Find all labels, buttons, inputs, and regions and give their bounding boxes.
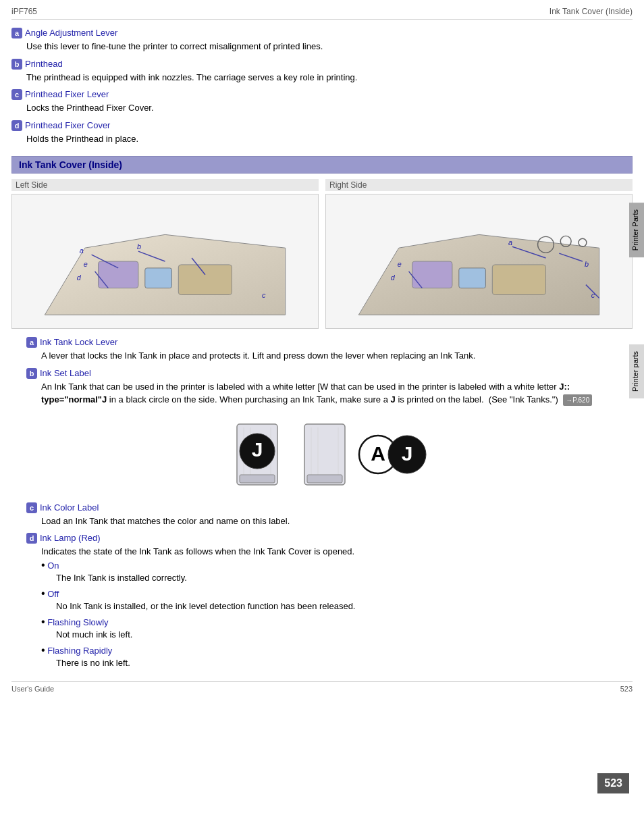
intro-items: a Angle Adjustment Lever Use this lever …	[11, 28, 633, 145]
sub-badge-c: c	[26, 502, 37, 513]
sub-item-d-desc: Indicates the state of the Ink Tank as f…	[41, 545, 633, 558]
item-d-desc: Holds the Printhead in place.	[26, 132, 633, 146]
item-b-desc: The printhead is equipped with ink nozzl…	[26, 71, 633, 84]
sub-badge-a: a	[26, 337, 37, 348]
sub-item-b-title: Ink Set Label	[40, 368, 91, 378]
item-c-title: Printhead Fixer Lever	[25, 89, 109, 99]
svg-text:b: b	[137, 242, 141, 251]
item-a-title: Angle Adjustment Lever	[25, 28, 117, 38]
svg-text:a: a	[508, 238, 512, 246]
badge-a: a	[11, 28, 22, 38]
svg-text:J: J	[252, 438, 263, 461]
svg-text:b: b	[585, 260, 589, 268]
bullet-text-flashing-slowly: Not much ink is left.	[56, 629, 633, 640]
header-left: iPF765	[11, 7, 37, 16]
ink-tank-single2-svg	[298, 417, 352, 492]
ink-tank-aj: A J	[298, 417, 429, 492]
ink-tank-j: J	[230, 417, 284, 492]
right-diagram-svg: a b c d e	[326, 194, 632, 328]
item-a-desc: Use this lever to fine-tune the printer …	[26, 40, 633, 53]
svg-rect-3	[178, 265, 232, 295]
item-b: b Printhead The printhead is equipped wi…	[11, 59, 633, 84]
bullet-flashing-rapidly: • Flashing Rapidly There is no ink left.	[41, 644, 633, 668]
left-diagram: Left Side	[11, 179, 319, 329]
item-d: d Printhead Fixer Cover Holds the Printh…	[11, 120, 633, 146]
ink-images-row: J A	[26, 417, 633, 492]
ref-badge[interactable]: →P.620	[563, 394, 592, 406]
page-header: iPF765 Ink Tank Cover (Inside)	[11, 7, 633, 20]
bold-j-text: J:: type="normal"J	[41, 382, 570, 405]
sub-items: a Ink Tank Lock Lever A lever that locks…	[26, 337, 633, 668]
sub-item-a-title: Ink Tank Lock Lever	[40, 337, 117, 347]
sub-badge-d: d	[26, 533, 37, 544]
bullet-text-flashing-rapidly: There is no ink left.	[56, 658, 633, 668]
sub-item-b-desc: An Ink Tank that can be used in the prin…	[41, 380, 633, 407]
sub-item-d-title: Ink Lamp (Red)	[40, 533, 101, 543]
lamp-bullet-list: • On The Ink Tank is installed correctly…	[41, 558, 633, 669]
svg-rect-18	[459, 268, 486, 288]
sub-item-c-desc: Load an Ink Tank that matches the color …	[41, 515, 633, 528]
side-tab-printer-parts: Printer Parts	[629, 203, 644, 257]
bullet-dot-flashing-rapidly: •	[41, 644, 45, 656]
badge-d: d	[11, 120, 22, 131]
footer-left: User's Guide	[11, 685, 54, 693]
left-diagram-svg: a b c d e	[12, 194, 318, 328]
bullet-dot-off: •	[41, 588, 45, 599]
bullet-link-off[interactable]: Off	[47, 589, 59, 599]
right-diagram: Right Side	[325, 179, 633, 329]
svg-text:d: d	[391, 273, 396, 282]
item-c: c Printhead Fixer Lever Locks the Printh…	[11, 89, 633, 115]
bullet-link-on[interactable]: On	[47, 561, 59, 571]
svg-point-16	[579, 238, 587, 246]
sub-item-a: a Ink Tank Lock Lever A lever that locks…	[26, 337, 633, 363]
svg-rect-19	[492, 265, 545, 295]
bold-j2-text: J	[391, 394, 396, 405]
svg-rect-2	[145, 268, 172, 288]
bullet-link-flashing-rapidly[interactable]: Flashing Rapidly	[47, 646, 112, 656]
diagrams-row: Left Side	[11, 179, 633, 329]
footer-page: 523	[620, 685, 633, 693]
bullet-dot-on: •	[41, 559, 45, 571]
sub-item-c-title: Ink Color Label	[40, 502, 99, 513]
badge-c: c	[11, 89, 22, 100]
bullet-dot-flashing-slowly: •	[41, 616, 45, 627]
bullet-on: • On The Ink Tank is installed correctly…	[41, 558, 633, 583]
left-diagram-box: a b c d e	[11, 194, 319, 329]
svg-rect-17	[412, 261, 452, 288]
svg-text:e: e	[84, 260, 88, 268]
bullet-text-off: No Ink Tank is installed, or the ink lev…	[56, 601, 633, 611]
page-footer: User's Guide 523	[11, 681, 633, 693]
right-diagram-box: a b c d e	[325, 194, 633, 329]
item-b-title: Printhead	[25, 59, 63, 69]
sub-item-d: d Ink Lamp (Red) Indicates the state of …	[26, 533, 633, 668]
svg-text:c: c	[591, 291, 595, 299]
bullet-off: • Off No Ink Tank is installed, or the i…	[41, 587, 633, 611]
svg-text:e: e	[398, 260, 402, 268]
bullet-text-on: The Ink Tank is installed correctly.	[56, 573, 633, 583]
header-right: Ink Tank Cover (Inside)	[549, 7, 633, 16]
sub-badge-b: b	[26, 368, 37, 379]
svg-rect-40	[307, 475, 342, 483]
item-c-desc: Locks the Printhead Fixer Cover.	[26, 101, 633, 115]
right-diagram-label: Right Side	[325, 179, 633, 191]
item-d-title: Printhead Fixer Cover	[25, 120, 110, 130]
svg-text:c: c	[262, 291, 266, 299]
left-diagram-label: Left Side	[11, 179, 319, 191]
ink-tank-aj-combined-svg: A J	[354, 417, 429, 492]
badge-b: b	[11, 59, 22, 70]
svg-rect-1	[99, 261, 138, 288]
sub-item-b: b Ink Set Label An Ink Tank that can be …	[26, 368, 633, 492]
item-a: a Angle Adjustment Lever Use this lever …	[11, 28, 633, 53]
bullet-link-flashing-slowly[interactable]: Flashing Slowly	[47, 617, 108, 627]
svg-text:a: a	[80, 246, 84, 255]
svg-text:d: d	[77, 273, 82, 282]
svg-text:A: A	[371, 442, 385, 465]
svg-text:J: J	[402, 442, 413, 465]
ink-tank-j-svg: J	[230, 417, 284, 492]
sub-item-a-desc: A lever that locks the Ink Tank in place…	[41, 349, 633, 363]
svg-rect-33	[240, 475, 275, 483]
sub-item-c: c Ink Color Label Load an Ink Tank that …	[26, 502, 633, 528]
bullet-flashing-slowly: • Flashing Slowly Not much ink is left.	[41, 615, 633, 640]
side-tab-printer-parts2: Printer parts	[629, 344, 644, 398]
section-header: Ink Tank Cover (Inside)	[11, 156, 633, 174]
